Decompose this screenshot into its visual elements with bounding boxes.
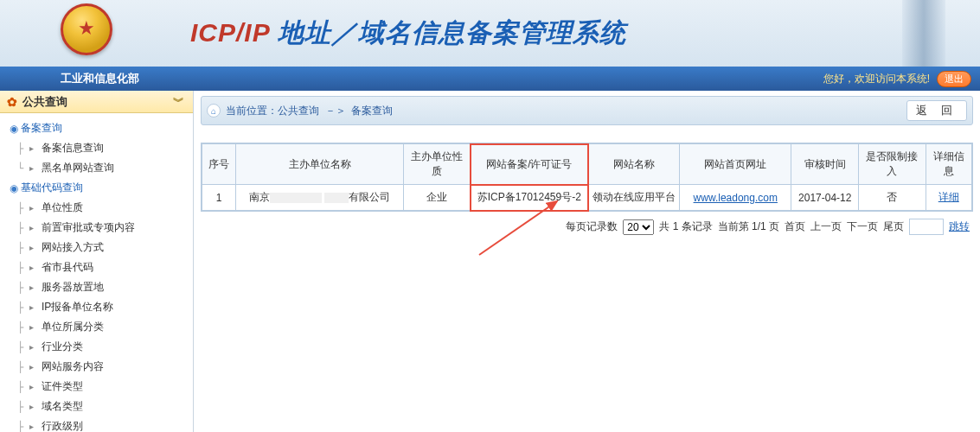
home-icon[interactable]: ⌂ [207, 104, 221, 118]
sidebar-item[interactable]: ├▸域名类型 [16, 397, 189, 416]
th-detail: 详细信息 [926, 144, 971, 185]
sidebar-group-filing-query[interactable]: ◉ 备案查询 [3, 118, 189, 138]
results-table: 序号 主办单位名称 主办单位性质 网站备案/许可证号 网站名称 网站首页网址 审… [202, 143, 972, 211]
per-page-select[interactable]: 20 [623, 219, 654, 235]
system-title: ICP/IP 地址／域名信息备案管理系统 [190, 16, 626, 51]
sidebar-section-header[interactable]: ✿ 公共查询 ︾ [0, 91, 193, 113]
welcome-text: 您好，欢迎访问本系统! [823, 72, 930, 86]
system-title-prefix: ICP/IP [190, 18, 270, 47]
globe-icon: ◉ [7, 182, 21, 194]
pager-prev[interactable]: 上一页 [810, 219, 842, 234]
gear-icon: ✿ [7, 95, 17, 109]
sidebar-group-label: 基础代码查询 [21, 181, 83, 195]
cell-org: 南京 有限公司 [236, 185, 404, 211]
sidebar-item[interactable]: ├▸单位所属分类 [16, 317, 189, 337]
cell-site-name: 领动在线应用平台 [588, 185, 680, 211]
table-row: 1 南京 有限公司 企业 苏ICP备17012459号-2 领动在线应用平台 w… [202, 185, 972, 211]
per-page-label: 每页记录数 [566, 219, 618, 234]
pager-goto-link[interactable]: 跳转 [949, 219, 970, 234]
cell-detail: 详细 [926, 185, 971, 211]
site-url-link[interactable]: www.leadong.com [694, 192, 778, 204]
cell-icp: 苏ICP备17012459号-2 [471, 185, 588, 211]
sidebar-section-title: 公共查询 [22, 94, 67, 110]
total-records: 共 1 条记录 [659, 219, 712, 234]
sidebar-item[interactable]: ├▸行政级别 [16, 416, 189, 432]
pager-last[interactable]: 尾页 [883, 219, 904, 234]
pager-next[interactable]: 下一页 [847, 219, 878, 234]
sidebar-item[interactable]: ├▸网站接入方式 [16, 238, 189, 257]
emblem-area [17, 3, 156, 55]
cell-nature: 企业 [403, 185, 470, 211]
th-nature: 主办单位性质 [403, 144, 470, 185]
sidebar-item[interactable]: ├▸行业分类 [16, 337, 189, 357]
breadcrumb: ⌂ 当前位置：公共查询 －＞ 备案查询 返 回 [201, 96, 973, 125]
th-seq: 序号 [202, 144, 236, 185]
sidebar-item[interactable]: ├▸证件类型 [16, 377, 189, 397]
sidebar-item[interactable]: ├▸服务器放置地 [16, 277, 189, 297]
results-panel: 序号 主办单位名称 主办单位性质 网站备案/许可证号 网站名称 网站首页网址 审… [201, 143, 973, 212]
detail-link[interactable]: 详细 [938, 191, 959, 203]
cell-restricted: 否 [859, 185, 926, 211]
globe-icon: ◉ [7, 123, 21, 135]
pager-first[interactable]: 首页 [785, 219, 805, 234]
table-header-row: 序号 主办单位名称 主办单位性质 网站备案/许可证号 网站名称 网站首页网址 审… [202, 144, 972, 185]
sidebar-item[interactable]: ├▸前置审批或专项内容 [16, 218, 189, 238]
sidebar-item[interactable]: ├▸单位性质 [16, 198, 189, 218]
pager-goto-input[interactable] [909, 219, 944, 235]
sub-header-bar: 工业和信息化部 您好，欢迎访问本系统! 退出 [0, 67, 980, 91]
th-org: 主办单位名称 [236, 144, 404, 185]
header-banner: ICP/IP 地址／域名信息备案管理系统 [0, 0, 980, 67]
sidebar-group-base-code[interactable]: ◉ 基础代码查询 [3, 178, 189, 198]
sidebar-item[interactable]: ├▸省市县代码 [16, 257, 189, 277]
th-icp: 网站备案/许可证号 [471, 144, 588, 185]
sidebar-item[interactable]: ├▸IP报备单位名称 [16, 297, 189, 317]
th-audit: 审核时间 [791, 144, 859, 185]
th-restricted: 是否限制接入 [859, 144, 926, 185]
sidebar: ✿ 公共查询 ︾ ◉ 备案查询 ├▸备案信息查询 └▸黑名单网站查询 ◉ 基础代… [0, 91, 194, 432]
censored-text [270, 193, 322, 203]
th-site-url: 网站首页网址 [680, 144, 791, 185]
sidebar-tree: ◉ 备案查询 ├▸备案信息查询 └▸黑名单网站查询 ◉ 基础代码查询 ├▸单位性… [0, 113, 193, 432]
th-site-name: 网站名称 [588, 144, 680, 185]
chevron-down-icon: ︾ [173, 94, 184, 110]
national-emblem-icon [61, 3, 112, 55]
main-content: ⌂ 当前位置：公共查询 －＞ 备案查询 返 回 序号 主办单位名称 主办单位性质… [194, 91, 980, 432]
cell-audit: 2017-04-12 [791, 185, 859, 211]
cell-seq: 1 [202, 185, 236, 211]
org-name: 工业和信息化部 [61, 71, 139, 86]
breadcrumb-text: 当前位置：公共查询 －＞ 备案查询 [226, 104, 393, 118]
sidebar-item-blacklist[interactable]: └▸黑名单网站查询 [16, 158, 189, 178]
cell-site-url: www.leadong.com [680, 185, 791, 211]
decorative-column-icon [902, 0, 945, 67]
back-button[interactable]: 返 回 [906, 100, 967, 121]
sidebar-group-label: 备案查询 [21, 121, 62, 136]
censored-text [324, 193, 349, 203]
pager: 每页记录数 20 共 1 条记录 当前第 1/1 页 首页 上一页 下一页 尾页… [201, 212, 973, 242]
sidebar-item-filing-info[interactable]: ├▸备案信息查询 [16, 138, 189, 158]
system-title-rest: 地址／域名信息备案管理系统 [270, 18, 626, 47]
exit-button[interactable]: 退出 [937, 71, 971, 87]
sidebar-item[interactable]: ├▸网站服务内容 [16, 357, 189, 377]
page-position: 当前第 1/1 页 [718, 219, 779, 234]
